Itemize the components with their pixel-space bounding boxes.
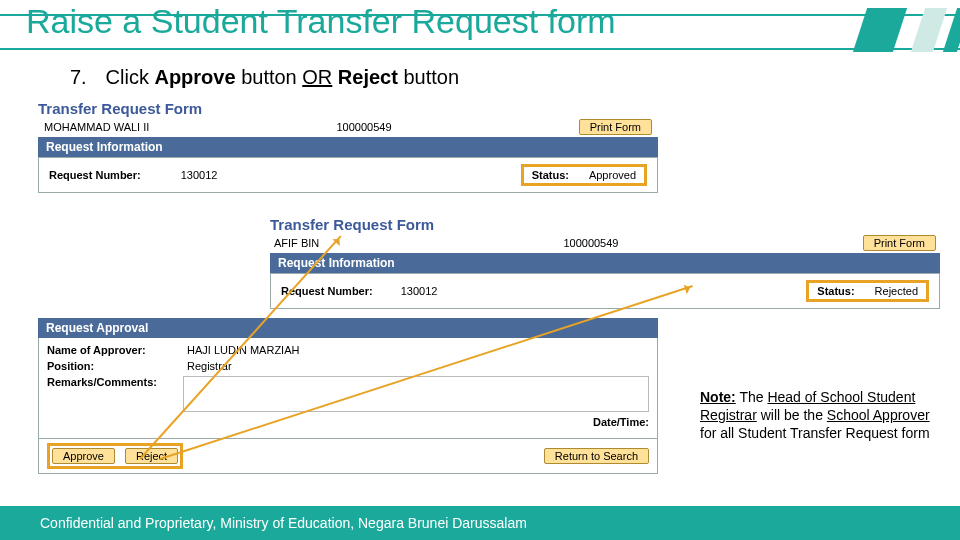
form1-status-label: Status: [532,169,569,181]
form-panel-approved: Transfer Request Form MOHAMMAD WALI II 1… [38,100,658,193]
form2-status-value: Rejected [875,285,918,297]
form1-student-id: 100000549 [336,121,391,133]
form1-student-name: MOHAMMAD WALI II [44,121,149,133]
note-approver: School Approver [827,407,930,423]
datetime-label: Date/Time: [593,416,649,428]
form-panel-rejected: Transfer Request Form AFIF BIN 100000549… [270,216,940,309]
form2-status-label: Status: [817,285,854,297]
note-lead: Note: [700,389,736,405]
status-highlight-approved: Status: Approved [521,164,647,186]
remarks-label: Remarks/Comments: [47,376,163,412]
form1-reqnum-label: Request Number: [49,169,141,181]
form1-status-value: Approved [589,169,636,181]
footer-bar: Confidential and Proprietary, Ministry o… [0,506,960,540]
status-highlight-rejected: Status: Rejected [806,280,929,302]
form2-section-header: Request Information [270,253,940,273]
form1-reqnum-value: 130012 [181,169,218,181]
step-instruction: 7. Click Approve button OR Reject button [70,66,459,89]
print-form-button[interactable]: Print Form [579,119,652,135]
form1-heading: Transfer Request Form [38,100,658,117]
note-box: Note: The Head of School Student Registr… [700,388,930,443]
approver-position-label: Position: [47,360,167,372]
approve-button[interactable]: Approve [52,448,115,464]
title-decoration [820,8,960,56]
form2-heading: Transfer Request Form [270,216,940,233]
form2-student-name: AFIF BIN [274,237,319,249]
remarks-textarea[interactable] [183,376,649,412]
approver-name-label: Name of Approver: [47,344,167,356]
title-bar: Raise a Student Transfer Request form [0,8,960,56]
form1-section-header: Request Information [38,137,658,157]
footer-text: Confidential and Proprietary, Ministry o… [40,515,527,531]
form2-reqnum-value: 130012 [401,285,438,297]
print-form-button-2[interactable]: Print Form [863,235,936,251]
return-to-search-button[interactable]: Return to Search [544,448,649,464]
slide-title: Raise a Student Transfer Request form [26,2,616,41]
step-number: 7. [70,66,100,89]
form2-student-id: 100000549 [563,237,618,249]
